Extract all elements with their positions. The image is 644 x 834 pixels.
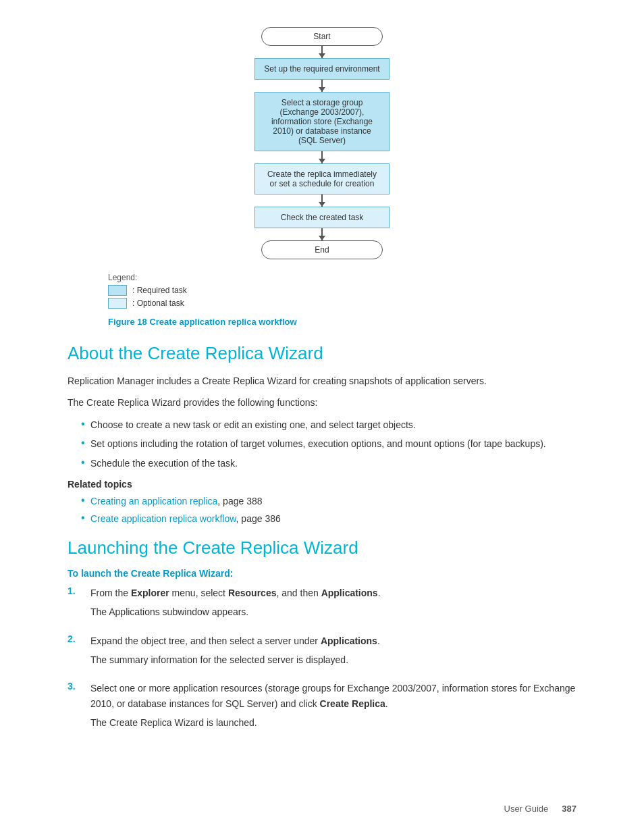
legend-required-box xyxy=(108,285,127,296)
flow-node-select: Select a storage group (Exchange 2003/20… xyxy=(254,92,390,151)
step-1-main: From the Explorer menu, select Resources… xyxy=(90,585,576,600)
flowchart: Start Set up the required environment Se… xyxy=(68,27,576,259)
related-topics-label: Related topics xyxy=(68,479,576,490)
steps-list: 1. From the Explorer menu, select Resour… xyxy=(68,585,576,735)
legend-required-label: : Required task xyxy=(132,286,187,295)
flow-arrow-2 xyxy=(321,80,323,92)
flow-node-end: End xyxy=(261,240,383,259)
launching-sub-heading: To launch the Create Replica Wizard: xyxy=(68,568,576,579)
about-heading: About the Create Replica Wizard xyxy=(68,343,576,364)
figure-caption: Figure 18 Create application replica wor… xyxy=(108,317,576,327)
step-1-note: The Applications subwindow appears. xyxy=(90,604,576,619)
legend-optional-box xyxy=(108,298,127,309)
legend-optional-label: : Optional task xyxy=(132,298,184,308)
about-bullet-3: Schedule the execution of the task. xyxy=(81,456,576,471)
launching-heading: Launching the Create Replica Wizard xyxy=(68,538,576,558)
step-1-content: From the Explorer menu, select Resources… xyxy=(90,585,576,624)
flow-node-setup: Set up the required environment xyxy=(254,58,390,80)
legend-optional-item: : Optional task xyxy=(108,298,576,309)
flow-arrow-3 xyxy=(321,151,323,163)
related-link-2-text[interactable]: Create application replica workflow xyxy=(90,513,236,524)
flow-arrow-5 xyxy=(321,228,323,240)
flow-node-start: Start xyxy=(261,27,383,46)
flow-arrow-1 xyxy=(321,46,323,58)
related-links-list: Creating an application replica, page 38… xyxy=(81,494,576,527)
related-link-1: Creating an application replica, page 38… xyxy=(81,494,576,509)
step-1: 1. From the Explorer menu, select Resour… xyxy=(68,585,576,624)
step-2-main: Expand the object tree, and then select … xyxy=(90,633,576,648)
related-link-2: Create application replica workflow, pag… xyxy=(81,511,576,526)
step-3-note: The Create Replica Wizard is launched. xyxy=(90,715,576,730)
about-bullet-1: Choose to create a new task or edit an e… xyxy=(81,417,576,432)
related-link-1-suffix: , page 388 xyxy=(217,496,262,506)
related-link-2-suffix: , page 386 xyxy=(236,513,281,524)
step-3-number: 3. xyxy=(68,681,81,692)
footer-label: User Guide xyxy=(504,804,549,814)
legend-title: Legend: xyxy=(108,273,576,282)
step-3-main: Select one or more application resources… xyxy=(90,681,576,711)
step-3: 3. Select one or more application resour… xyxy=(68,681,576,734)
about-bullets-list: Choose to create a new task or edit an e… xyxy=(81,417,576,471)
step-1-number: 1. xyxy=(68,585,81,596)
flow-node-check: Check the created task xyxy=(254,207,390,228)
about-intro2: The Create Replica Wizard provides the f… xyxy=(68,395,576,410)
step-2-content: Expand the object tree, and then select … xyxy=(90,633,576,672)
footer-page-number: 387 xyxy=(562,804,576,814)
legend: Legend: : Required task : Optional task xyxy=(108,273,576,309)
step-2-note: The summary information for the selected… xyxy=(90,652,576,667)
about-bullet-2: Set options including the rotation of ta… xyxy=(81,436,576,451)
about-intro1: Replication Manager includes a Create Re… xyxy=(68,373,576,388)
flow-arrow-4 xyxy=(321,194,323,207)
legend-required-item: : Required task xyxy=(108,285,576,296)
flow-node-create: Create the replica immediately or set a … xyxy=(254,163,390,194)
step-2: 2. Expand the object tree, and then sele… xyxy=(68,633,576,672)
page-footer: User Guide 387 xyxy=(504,804,576,814)
step-3-content: Select one or more application resources… xyxy=(90,681,576,734)
step-2-number: 2. xyxy=(68,633,81,644)
related-link-1-text[interactable]: Creating an application replica xyxy=(90,496,217,506)
